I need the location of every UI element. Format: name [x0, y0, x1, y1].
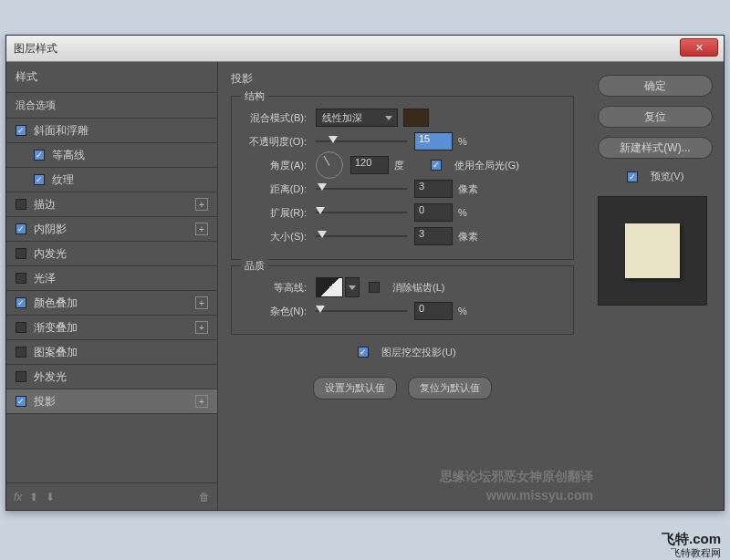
opacity-input[interactable]: 15	[414, 132, 453, 150]
checkbox-icon[interactable]	[16, 248, 26, 259]
blend-options-header[interactable]: 混合选项	[6, 93, 217, 119]
cancel-button[interactable]: 复位	[598, 106, 713, 128]
style-item-label: 投影	[34, 394, 195, 410]
new-style-button[interactable]: 新建样式(W)...	[598, 137, 713, 159]
add-effect-icon[interactable]: +	[195, 395, 208, 408]
style-item[interactable]: 光泽	[6, 266, 217, 291]
blend-mode-dropdown[interactable]: 线性加深	[316, 109, 398, 127]
trash-icon[interactable]: 🗑	[199, 491, 210, 503]
structure-legend: 结构	[241, 89, 268, 103]
style-item[interactable]: 颜色叠加+	[6, 291, 217, 316]
style-item-label: 外发光	[34, 369, 208, 385]
checkbox-icon	[431, 160, 442, 171]
contour-dropdown[interactable]	[345, 277, 360, 297]
noise-input[interactable]: 0	[414, 302, 453, 320]
noise-slider[interactable]	[316, 310, 407, 312]
style-item[interactable]: 纹理	[6, 168, 217, 192]
checkbox-icon[interactable]	[16, 297, 26, 308]
angle-input[interactable]: 120	[350, 156, 389, 174]
size-label: 大小(S):	[243, 230, 316, 244]
style-item-label: 描边	[34, 197, 195, 213]
spread-unit: %	[458, 207, 485, 218]
fx-icon[interactable]: fx	[14, 491, 22, 503]
action-panel: 确定 复位 新建样式(W)... 预览(V)	[587, 62, 724, 510]
size-unit: 像素	[458, 230, 485, 244]
spread-label: 扩展(R):	[243, 206, 316, 220]
blend-mode-label: 混合模式(B):	[243, 111, 316, 125]
style-item-label: 渐变叠加	[34, 320, 195, 336]
add-effect-icon[interactable]: +	[195, 296, 208, 309]
dialog-body: 样式 混合选项 斜面和浮雕等高线纹理描边+内阴影+内发光光泽颜色叠加+渐变叠加+…	[6, 62, 724, 510]
ok-button[interactable]: 确定	[598, 75, 713, 97]
style-item[interactable]: 图案叠加	[6, 340, 217, 365]
size-slider[interactable]	[316, 235, 407, 237]
titlebar[interactable]: 图层样式 ✕	[6, 36, 724, 62]
section-title: 投影	[231, 71, 574, 87]
checkbox-icon[interactable]	[16, 347, 26, 358]
brand-logo: 飞特.com 飞特教程网	[662, 532, 721, 558]
checkbox-icon[interactable]	[34, 150, 45, 161]
style-item-label: 光泽	[34, 271, 208, 286]
style-item[interactable]: 内阴影+	[6, 217, 217, 242]
style-item[interactable]: 等高线	[6, 143, 217, 168]
contour-label: 等高线:	[243, 281, 316, 295]
styles-panel: 样式 混合选项 斜面和浮雕等高线纹理描边+内阴影+内发光光泽颜色叠加+渐变叠加+…	[6, 62, 218, 510]
opacity-slider[interactable]	[316, 140, 407, 142]
close-button[interactable]: ✕	[680, 38, 718, 57]
layer-style-dialog: 图层样式 ✕ 样式 混合选项 斜面和浮雕等高线纹理描边+内阴影+内发光光泽颜色叠…	[5, 35, 725, 511]
distance-input[interactable]: 3	[414, 180, 453, 198]
add-effect-icon[interactable]: +	[195, 198, 208, 211]
window-title: 图层样式	[14, 41, 57, 57]
panel-footer: fx ⬆ ⬇ 🗑	[6, 482, 217, 510]
checkbox-icon	[358, 347, 369, 358]
checkbox-icon[interactable]	[34, 174, 45, 185]
checkbox-icon[interactable]	[16, 396, 26, 407]
angle-label: 角度(A):	[243, 159, 316, 172]
add-effect-icon[interactable]: +	[195, 321, 208, 334]
noise-label: 杂色(N):	[243, 305, 316, 318]
checkbox-icon[interactable]	[16, 223, 26, 234]
styles-header[interactable]: 样式	[6, 62, 217, 93]
style-item-label: 纹理	[52, 172, 208, 188]
contour-swatch[interactable]	[316, 277, 343, 297]
preview-checkbox[interactable]: 预览(V)	[598, 170, 713, 183]
checkbox-icon[interactable]	[16, 322, 26, 333]
style-item-label: 内阴影	[34, 222, 195, 237]
noise-unit: %	[458, 306, 485, 316]
opacity-label: 不透明度(O):	[243, 135, 316, 149]
make-default-button[interactable]: 设置为默认值	[313, 377, 397, 399]
add-effect-icon[interactable]: +	[195, 223, 208, 235]
checkbox-icon[interactable]	[16, 199, 26, 210]
knockout-checkbox[interactable]: 图层挖空投影(U)	[358, 346, 455, 359]
style-item-label: 颜色叠加	[34, 296, 195, 311]
spread-input[interactable]: 0	[414, 203, 453, 222]
close-icon: ✕	[695, 42, 704, 54]
style-item[interactable]: 渐变叠加+	[6, 316, 217, 340]
arrow-up-icon[interactable]: ⬆	[29, 491, 38, 503]
size-input[interactable]: 3	[414, 227, 453, 245]
style-item[interactable]: 斜面和浮雕	[6, 119, 217, 143]
checkbox-icon[interactable]	[16, 371, 26, 382]
reset-default-button[interactable]: 复位为默认值	[408, 377, 492, 399]
style-item[interactable]: 描边+	[6, 192, 217, 217]
antialias-checkbox[interactable]: 消除锯齿(L)	[369, 281, 444, 295]
shadow-color-swatch[interactable]	[403, 109, 429, 127]
angle-dial[interactable]	[316, 151, 343, 179]
style-item[interactable]: 外发光	[6, 365, 217, 389]
arrow-down-icon[interactable]: ⬇	[46, 491, 55, 503]
checkbox-icon[interactable]	[16, 125, 26, 136]
global-light-checkbox[interactable]: 使用全局光(G)	[431, 159, 519, 172]
style-item[interactable]: 投影+	[6, 389, 217, 414]
spread-slider[interactable]	[316, 212, 407, 213]
checkbox-icon[interactable]	[16, 273, 26, 284]
checkbox-icon	[369, 282, 380, 293]
distance-slider[interactable]	[316, 188, 407, 190]
quality-legend: 品质	[241, 259, 268, 273]
style-item-label: 图案叠加	[34, 345, 208, 360]
style-list: 斜面和浮雕等高线纹理描边+内阴影+内发光光泽颜色叠加+渐变叠加+图案叠加外发光投…	[6, 119, 217, 482]
distance-unit: 像素	[458, 182, 485, 196]
preview-box	[598, 196, 707, 306]
quality-group: 品质 等高线: 消除锯齿(L) 杂色(N): 0 %	[231, 265, 574, 335]
angle-unit: 度	[394, 159, 422, 172]
style-item[interactable]: 内发光	[6, 242, 217, 266]
